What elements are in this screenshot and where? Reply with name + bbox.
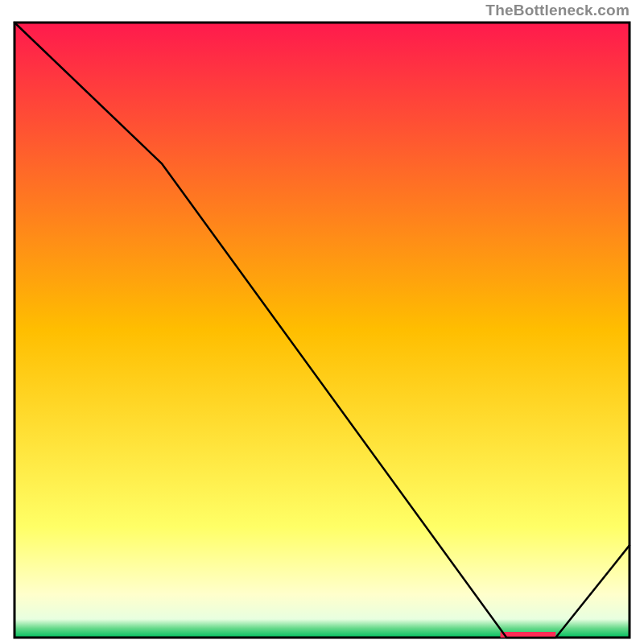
plot-background bbox=[14, 23, 630, 638]
chart-svg bbox=[0, 0, 644, 644]
chart-container: TheBottleneck.com bbox=[0, 0, 644, 644]
